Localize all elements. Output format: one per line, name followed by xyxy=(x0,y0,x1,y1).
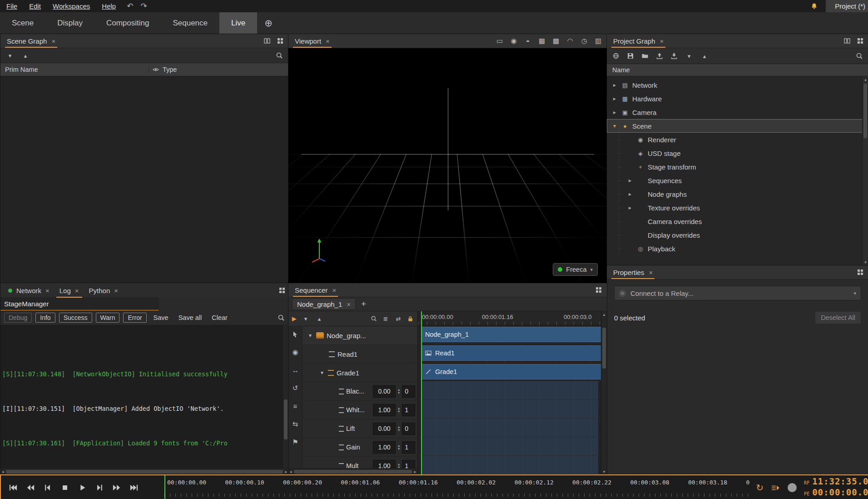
param-row[interactable]: Lift 0.00 ▴▾ 0 xyxy=(303,419,417,438)
scrollbar-vertical[interactable]: ▴ ▾ xyxy=(862,76,868,265)
panel-grid-icon[interactable] xyxy=(277,37,284,45)
timeline-tracks[interactable]: Node_graph_1 Read1 Grade1 xyxy=(418,325,601,475)
tree-item[interactable]: ◉ Renderer xyxy=(607,133,868,146)
clip-grade1[interactable]: Grade1 xyxy=(421,364,601,379)
panel-layout-icon[interactable]: ▥ xyxy=(594,37,602,45)
sequencer-tab[interactable]: Sequencer × xyxy=(293,283,338,297)
save-icon[interactable] xyxy=(627,52,634,60)
scene-graph-tab[interactable]: Scene Graph × xyxy=(5,34,57,48)
image-icon[interactable]: ▩ xyxy=(552,37,560,45)
exposure-icon[interactable]: ◠ xyxy=(566,37,574,45)
close-icon[interactable]: × xyxy=(51,37,55,45)
scrollbar-thumb[interactable] xyxy=(294,470,412,474)
track-group-row[interactable]: ▾ Node_grap... xyxy=(303,326,417,345)
track-row[interactable]: ▾ Grade1 xyxy=(303,364,417,382)
param-value2-input[interactable]: 0 xyxy=(402,385,415,398)
expand-arrow-icon[interactable]: ▸ xyxy=(627,205,633,211)
workspace-tab[interactable]: Sequence xyxy=(161,12,219,34)
tab-python[interactable]: Python × xyxy=(84,283,123,298)
power-icon[interactable]: ◓ xyxy=(524,37,532,45)
expand-arrow-icon[interactable]: ▸ xyxy=(611,95,618,102)
clip-node-graph[interactable]: Node_graph_1 xyxy=(421,327,601,342)
notifications-bell-icon[interactable] xyxy=(811,3,818,10)
param-value-input[interactable]: 1.00 xyxy=(373,460,396,469)
log-level-toggle[interactable]: Error xyxy=(123,313,146,323)
scroll-left-icon[interactable]: ◂ xyxy=(2,469,4,474)
scrollbar-thumb[interactable] xyxy=(602,328,606,369)
close-icon[interactable]: × xyxy=(75,287,79,294)
spinner-arrows[interactable]: ▴▾ xyxy=(398,407,400,413)
log-level-toggle[interactable]: Info xyxy=(35,313,55,323)
search-icon[interactable] xyxy=(856,52,863,60)
close-icon[interactable]: × xyxy=(649,269,653,276)
log-action-button[interactable]: Save all xyxy=(175,313,205,322)
expand-all-icon[interactable]: ▴ xyxy=(21,52,30,59)
properties-tab[interactable]: Properties × xyxy=(611,265,655,279)
dial-icon[interactable] xyxy=(788,483,797,492)
param-value2-input[interactable]: 1 xyxy=(402,441,415,454)
log-output[interactable]: [S][11:07:30.148] [NetworkObjectIO] Init… xyxy=(0,325,288,468)
param-row[interactable]: Blac... 0.00 ▴▾ 0 xyxy=(303,382,417,401)
add-workspace-button[interactable]: ⊕ xyxy=(257,12,280,34)
fast-forward-button[interactable] xyxy=(110,482,124,494)
grid-icon[interactable]: ▦ xyxy=(538,37,546,45)
tab-network[interactable]: Network × xyxy=(3,283,55,298)
tree-item[interactable]: ▸ Sequences xyxy=(607,174,868,187)
tree-item[interactable]: ▸ ▣ Camera xyxy=(607,105,868,119)
log-action-button[interactable]: Clear xyxy=(208,313,231,322)
clip-read1[interactable]: Read1 xyxy=(421,345,601,361)
open-folder-icon[interactable] xyxy=(641,52,649,60)
split-columns-icon[interactable] xyxy=(843,37,851,45)
scene-graph-list[interactable] xyxy=(0,76,288,283)
prev-frame-button[interactable] xyxy=(41,482,55,494)
import-icon[interactable] xyxy=(670,52,678,60)
track-row[interactable]: Read1 xyxy=(303,345,417,364)
scrollbar-horizontal[interactable]: ◂ ▸ xyxy=(288,468,417,475)
scroll-up-icon[interactable]: ▴ xyxy=(863,77,868,82)
panel-grid-icon[interactable] xyxy=(278,287,286,294)
tree-item[interactable]: Display overrides xyxy=(607,228,868,242)
collapse-all-icon[interactable]: ▾ xyxy=(6,52,14,59)
close-icon[interactable]: × xyxy=(45,287,50,294)
undo-icon[interactable]: ↶ xyxy=(127,2,133,10)
playhead[interactable] xyxy=(421,311,422,475)
log-action-button[interactable]: Save xyxy=(150,313,172,322)
param-value2-input[interactable]: 0 xyxy=(402,423,415,435)
scroll-right-icon[interactable]: ▸ xyxy=(285,469,287,474)
menu-item[interactable]: Edit xyxy=(29,2,41,10)
export-icon[interactable] xyxy=(656,52,663,60)
scrollbar-thumb[interactable] xyxy=(863,84,867,138)
tree-item[interactable]: ◎ Playback xyxy=(607,242,868,255)
scroll-down-icon[interactable]: ▾ xyxy=(863,260,868,264)
step-mode-icon[interactable] xyxy=(771,484,780,491)
param-value-input[interactable]: 1.00 xyxy=(373,441,396,454)
workspace-tab[interactable]: Live xyxy=(219,12,257,34)
log-filter-input[interactable] xyxy=(0,297,159,311)
log-level-toggle[interactable]: Warn xyxy=(96,313,120,323)
next-frame-button[interactable] xyxy=(93,482,106,494)
spinner-arrows[interactable]: ▴▾ xyxy=(398,388,400,394)
log-level-toggle[interactable]: Success xyxy=(59,313,92,323)
scroll-right-icon[interactable]: ▸ xyxy=(414,469,416,474)
layers-tool-icon[interactable]: ≡ xyxy=(291,402,299,410)
lock-icon[interactable] xyxy=(407,315,414,322)
close-icon[interactable]: × xyxy=(332,286,337,294)
add-graph-button[interactable]: + xyxy=(361,299,366,309)
spinner-arrows[interactable]: ▴▾ xyxy=(398,463,400,468)
tree-item[interactable]: + Stage transform xyxy=(607,160,868,174)
ripple-tool-icon[interactable]: ⇆ xyxy=(291,420,299,428)
jump-start-button[interactable] xyxy=(6,482,20,494)
panel-grid-icon[interactable] xyxy=(857,269,864,276)
relay-connect-dropdown[interactable]: Connect to a Relay... ▾ xyxy=(614,286,861,300)
step-expand-icon[interactable]: ▸ xyxy=(292,314,296,323)
close-icon[interactable]: × xyxy=(347,300,351,308)
loop-icon[interactable]: ↻ xyxy=(756,483,764,492)
collapse-icon[interactable]: ▾ xyxy=(307,332,313,339)
expand-arrow-icon[interactable]: ▸ xyxy=(627,177,633,184)
param-row[interactable]: Whit... 1.00 ▴▾ 1 xyxy=(303,401,417,419)
search-icon[interactable] xyxy=(278,314,285,321)
panel-grid-icon[interactable] xyxy=(595,286,602,294)
swap-icon[interactable]: ⇄ xyxy=(394,315,402,322)
select-tool-icon[interactable] xyxy=(292,331,299,338)
sequencer-timeline[interactable]: 00:00:00.00 00:00:01.16 00:00:03.0 Node_… xyxy=(418,311,601,475)
